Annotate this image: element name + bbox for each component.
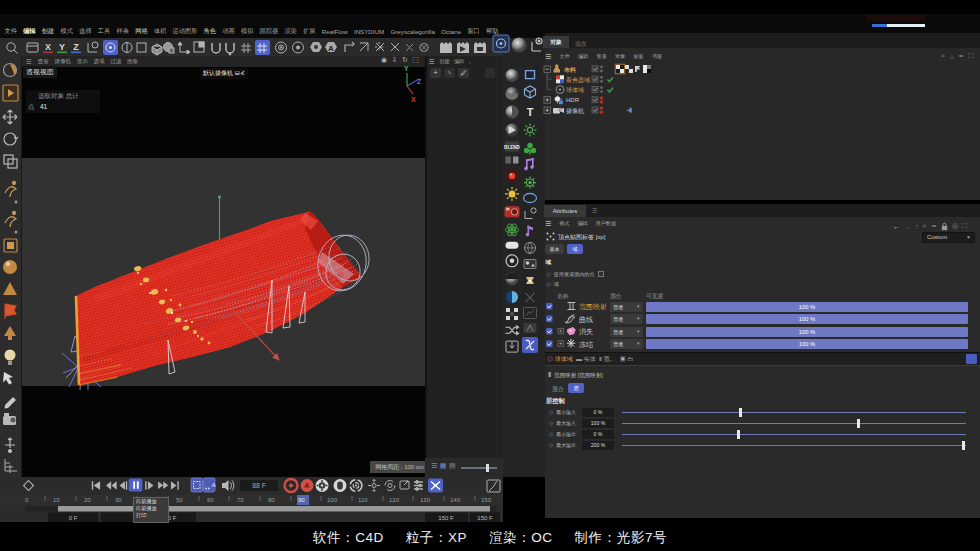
svg-text:HDR: HDR xyxy=(566,97,580,103)
svg-text:88 F: 88 F xyxy=(252,482,266,489)
svg-text:BLEND: BLEND xyxy=(504,145,521,150)
svg-text:Z: Z xyxy=(417,78,422,85)
svg-text:150 F: 150 F xyxy=(477,515,493,521)
svg-text:Y: Y xyxy=(404,65,409,72)
svg-text:布料: 布料 xyxy=(563,66,576,73)
svg-text:30: 30 xyxy=(115,497,122,503)
svg-text:曲线: 曲线 xyxy=(579,316,593,324)
svg-text:A: A xyxy=(328,44,334,53)
svg-text:140: 140 xyxy=(450,497,461,503)
svg-text:10: 10 xyxy=(53,497,60,503)
svg-text:70: 70 xyxy=(237,497,244,503)
svg-text:60: 60 xyxy=(207,497,214,503)
svg-text:球体域: 球体域 xyxy=(566,87,584,93)
svg-text:20: 20 xyxy=(84,497,91,503)
svg-text:100: 100 xyxy=(327,497,338,503)
svg-text:0 F: 0 F xyxy=(168,515,177,521)
svg-text:范围映射: 范围映射 xyxy=(579,303,607,311)
svg-text:冻结: 冻结 xyxy=(579,341,593,349)
svg-text:摄像机: 摄像机 xyxy=(566,108,584,114)
svg-text:90: 90 xyxy=(298,497,305,503)
svg-text:0 F: 0 F xyxy=(69,515,78,521)
svg-text:150 F: 150 F xyxy=(438,515,454,521)
svg-text:Y: Y xyxy=(59,42,65,52)
svg-text:110: 110 xyxy=(358,497,368,503)
svg-text:80: 80 xyxy=(268,497,275,503)
svg-text:120: 120 xyxy=(389,497,400,503)
svg-text:130: 130 xyxy=(420,497,431,503)
svg-text:消失: 消失 xyxy=(579,328,593,336)
svg-text:T: T xyxy=(527,106,534,118)
svg-text:着色器域: 着色器域 xyxy=(565,76,590,84)
svg-text:150: 150 xyxy=(481,497,492,503)
svg-text:X: X xyxy=(411,96,416,103)
svg-text:Z: Z xyxy=(73,42,79,52)
svg-text:50: 50 xyxy=(176,497,183,503)
svg-text:A: A xyxy=(212,482,216,488)
svg-text:X: X xyxy=(45,42,51,52)
